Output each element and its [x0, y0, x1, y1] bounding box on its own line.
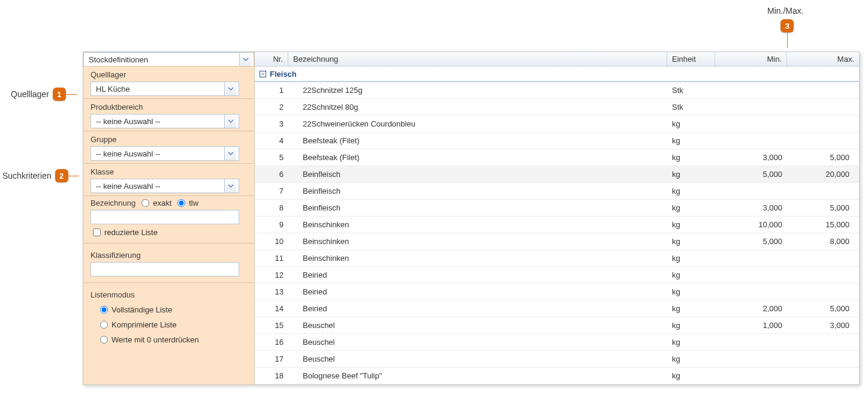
cell-max: 3,000	[787, 321, 859, 330]
callout-line-1	[66, 94, 77, 95]
reduzierte-checkbox-label: reduzierte Liste	[104, 228, 158, 237]
callout-badge-2: 2	[55, 169, 68, 182]
cell-nr: 10	[255, 237, 288, 246]
cell-bez: 22Schweinerücken Courdonbleu	[288, 119, 667, 128]
cell-nr: 16	[255, 338, 288, 347]
table-row[interactable]: 17Beuschelkg	[255, 351, 859, 368]
cell-bez: 22Schnitzel 80g	[288, 103, 667, 112]
table-row[interactable]: 10Beinschinkenkg5,0008,000	[255, 233, 859, 250]
klassifizierung-input[interactable]	[91, 262, 239, 276]
listmode-werte0-radio[interactable]: Werte mit 0 unterdrücken	[100, 335, 249, 344]
reduzierte-checkbox[interactable]: reduzierte Liste	[91, 228, 158, 237]
table-row[interactable]: 18Bolognese Beef "Tulip"kg	[255, 368, 859, 384]
cell-bez: Beiried	[288, 270, 667, 279]
listmode-werte0-label: Werte mit 0 unterdrücken	[111, 335, 199, 344]
chevron-down-icon	[224, 82, 236, 95]
cell-max: 15,000	[787, 220, 859, 229]
cell-min: 10,000	[715, 220, 787, 229]
table-row[interactable]: 5Beefsteak (Filet)kg3,0005,000	[255, 149, 859, 166]
cell-bez: Beuschel	[288, 321, 667, 330]
cell-bez: Beuschel	[288, 338, 667, 347]
main-dropdown-text: Stockdefinitionen	[89, 55, 239, 64]
tlw-radio[interactable]: tlw	[177, 198, 198, 207]
table-row[interactable]: 7Beinfleischkg	[255, 183, 859, 200]
table-row[interactable]: 16Beuschelkg	[255, 334, 859, 351]
table-panel: Nr. Bezeichnung Einheit Min. Max. − Flei…	[255, 52, 859, 384]
table-row[interactable]: 9Beinschinkenkg10,00015,000	[255, 216, 859, 233]
cell-min: 5,000	[715, 170, 787, 179]
group-row-fleisch[interactable]: − Fleisch	[255, 67, 859, 82]
klasse-label: Klasse	[91, 166, 249, 179]
chevron-down-icon	[224, 179, 236, 193]
cell-bez: Beinschinken	[288, 254, 667, 263]
cell-nr: 8	[255, 203, 288, 212]
cell-bez: Beinfleisch	[288, 170, 667, 179]
table-row[interactable]: 322Schweinerücken Courdonbleukg	[255, 116, 859, 133]
callout-label-quelllager: Quelllager	[11, 89, 49, 99]
cell-nr: 13	[255, 287, 288, 296]
table-row[interactable]: 11Beinschinkenkg	[255, 250, 859, 267]
listmode-voll-label: Vollständige Liste	[111, 305, 172, 314]
cell-einh: kg	[667, 254, 715, 263]
table-row[interactable]: 14Beiriedkg2,0005,000	[255, 300, 859, 317]
callout-badge-1: 1	[53, 88, 66, 101]
col-nr[interactable]: Nr.	[255, 52, 288, 66]
group-label: Fleisch	[270, 70, 297, 79]
cell-einh: kg	[667, 187, 715, 196]
cell-min: 2,000	[715, 304, 787, 313]
table-row[interactable]: 8Beinfleischkg3,0005,000	[255, 200, 859, 216]
cell-einh: kg	[667, 371, 715, 380]
cell-bez: Beiried	[288, 287, 667, 296]
table-body: 122Schnitzel 125gStk222Schnitzel 80gStk3…	[255, 82, 859, 384]
listmode-komp-radio[interactable]: Komprimierte Liste	[100, 320, 249, 329]
chevron-down-icon	[239, 53, 251, 66]
cell-nr: 7	[255, 187, 288, 196]
cell-nr: 1	[255, 86, 288, 95]
bezeichnung-input[interactable]	[91, 210, 239, 224]
quelllager-label: Quelllager	[91, 69, 249, 82]
cell-nr: 11	[255, 254, 288, 263]
produktbereich-dropdown[interactable]: -- keine Auswahl --	[91, 114, 239, 128]
tlw-radio-label: tlw	[189, 198, 198, 207]
callout-line-2	[68, 176, 79, 176]
gruppe-dropdown[interactable]: -- keine Auswahl --	[91, 146, 239, 161]
callout-label-minmax: Min./Max.	[767, 6, 804, 16]
table-row[interactable]: 6Beinfleischkg5,00020,000	[255, 166, 859, 183]
cell-bez: 22Schnitzel 125g	[288, 86, 667, 95]
table-header: Nr. Bezeichnung Einheit Min. Max.	[255, 52, 859, 67]
cell-bez: Beiried	[288, 304, 667, 313]
main-dropdown[interactable]: Stockdefinitionen	[83, 52, 254, 67]
exakt-radio[interactable]: exakt	[141, 198, 171, 207]
cell-einh: kg	[667, 304, 715, 313]
cell-nr: 14	[255, 304, 288, 313]
cell-bez: Beefsteak (Filet)	[288, 136, 667, 145]
table-row[interactable]: 122Schnitzel 125gStk	[255, 82, 859, 99]
col-min[interactable]: Min.	[715, 52, 787, 66]
cell-nr: 3	[255, 119, 288, 128]
table-row[interactable]: 15Beuschelkg1,0003,000	[255, 317, 859, 334]
quelllager-dropdown[interactable]: HL Küche	[91, 82, 239, 96]
cell-bez: Beuschel	[288, 354, 667, 363]
cell-nr: 2	[255, 103, 288, 112]
cell-nr: 18	[255, 371, 288, 380]
cell-einh: kg	[667, 153, 715, 162]
listenmodus-label: Listenmodus	[91, 289, 249, 302]
cell-einh: kg	[667, 136, 715, 145]
table-row[interactable]: 222Schnitzel 80gStk	[255, 99, 859, 116]
table-row[interactable]: 13Beiriedkg	[255, 284, 859, 300]
klasse-dropdown[interactable]: -- keine Auswahl --	[91, 179, 239, 193]
cell-einh: Stk	[667, 103, 715, 112]
collapse-icon[interactable]: −	[260, 71, 266, 77]
cell-nr: 6	[255, 170, 288, 179]
listmode-voll-radio[interactable]: Vollständige Liste	[100, 305, 249, 314]
col-bezeichnung[interactable]: Bezeichnung	[288, 52, 667, 66]
cell-max: 8,000	[787, 237, 859, 246]
listmode-komp-label: Komprimierte Liste	[111, 320, 176, 329]
col-einheit[interactable]: Einheit	[667, 52, 715, 66]
col-max[interactable]: Max.	[787, 52, 859, 66]
table-row[interactable]: 4Beefsteak (Filet)kg	[255, 133, 859, 149]
cell-einh: kg	[667, 354, 715, 363]
table-row[interactable]: 12Beiriedkg	[255, 267, 859, 284]
callout-badge-3: 3	[780, 19, 794, 32]
app-container: Stockdefinitionen Quelllager HL Küche Pr…	[83, 52, 860, 385]
